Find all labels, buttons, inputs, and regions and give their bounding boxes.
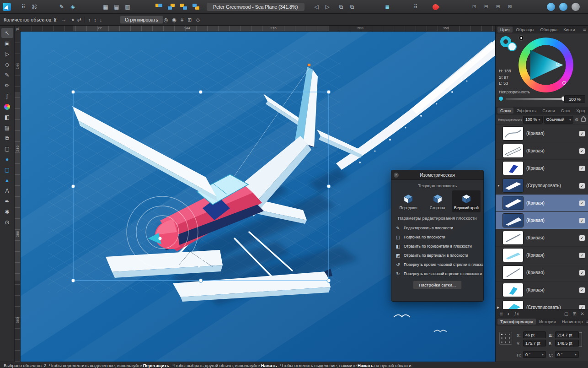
snap-toggle-icon[interactable]: ◎ bbox=[164, 17, 168, 23]
tab-stroke[interactable]: Обводка bbox=[537, 27, 560, 32]
view-tool[interactable]: ✱ bbox=[1, 207, 13, 217]
triangle-tool[interactable]: ▲ bbox=[1, 175, 13, 185]
pixel-grid-icon[interactable]: ⊞ bbox=[187, 17, 192, 23]
insert-on-top-icon[interactable] bbox=[180, 4, 188, 10]
align-center-icon[interactable]: ↔ bbox=[61, 17, 66, 22]
zoom-tool[interactable]: ⊙ bbox=[1, 217, 13, 227]
tab-brushes[interactable]: Кисти bbox=[561, 27, 577, 32]
canvas-viewport[interactable]: ✕ Изометрическая Текущая плоскость Перед… bbox=[21, 32, 495, 362]
vector-shield-icon[interactable]: ◈ bbox=[69, 3, 77, 11]
intersect-icon[interactable]: ⊠ bbox=[506, 3, 514, 11]
align-left-icon[interactable]: ⇤ bbox=[54, 17, 58, 23]
stroke-swatch[interactable] bbox=[508, 42, 517, 51]
assets-grid-icon[interactable]: ⠿ bbox=[412, 3, 420, 11]
color-marker[interactable] bbox=[556, 63, 559, 66]
layer-row[interactable]: (Кривая) ✓ bbox=[496, 142, 588, 160]
disclosure-triangle-icon[interactable]: ▶ bbox=[497, 306, 499, 309]
mask-icon[interactable]: ▢ bbox=[564, 311, 568, 316]
gear-icon[interactable]: ⚙ bbox=[575, 117, 579, 122]
opacity-slider[interactable] bbox=[506, 98, 564, 100]
layer-row[interactable]: (Кривая) ✓ bbox=[496, 229, 588, 247]
delete-layer-icon[interactable]: ✕ bbox=[581, 311, 584, 316]
tab-swatches[interactable]: Образцы bbox=[513, 27, 537, 32]
tab-history[interactable]: История bbox=[536, 319, 559, 325]
vector-pen-icon[interactable]: ✎ bbox=[58, 3, 66, 11]
tab-extra[interactable]: Хрщ bbox=[573, 108, 588, 114]
flip-horizontal-icon[interactable]: ◁ bbox=[312, 3, 321, 11]
rectangle-tool[interactable]: ▢ bbox=[1, 144, 13, 154]
gradient-tool[interactable]: ◧ bbox=[1, 112, 13, 122]
share-icon[interactable]: ⌘ bbox=[30, 3, 38, 11]
hue-marker[interactable] bbox=[562, 81, 566, 85]
width-field[interactable]: 214.7 pt bbox=[555, 331, 579, 338]
group-row[interactable]: ▼ (Сгруппировать) ✓ bbox=[496, 177, 588, 195]
panel-menu-icon[interactable]: ≣ bbox=[586, 319, 588, 324]
constrain-link-icon[interactable] bbox=[579, 332, 582, 347]
ellipse-tool[interactable]: ● bbox=[1, 154, 13, 164]
snap-grid-icon[interactable]: ▦ bbox=[102, 3, 110, 11]
move-tool[interactable]: ↖ bbox=[1, 28, 13, 38]
snap-rows-icon[interactable]: ▤ bbox=[112, 3, 121, 11]
layer-stack-icon[interactable]: ≣ bbox=[499, 311, 503, 316]
visibility-checkbox[interactable]: ✓ bbox=[579, 148, 585, 154]
profile-icon[interactable] bbox=[572, 3, 580, 11]
distribute-horizontal-icon[interactable]: ⇄ bbox=[77, 17, 81, 23]
plane-side-button[interactable]: Сторона bbox=[423, 190, 452, 212]
pencil-tool[interactable]: ✏ bbox=[1, 81, 13, 91]
vertical-ruler[interactable]: 144 216 288 360 bbox=[15, 32, 21, 362]
align-middle-icon[interactable]: ↕ bbox=[94, 17, 96, 22]
layer-row-selected[interactable]: (Кривая) ✓ bbox=[496, 212, 588, 229]
rotation-field[interactable]: 0 ° ▾ bbox=[523, 351, 546, 358]
alignment-icon[interactable]: ≣ bbox=[383, 3, 391, 11]
tab-stock[interactable]: Сток bbox=[558, 108, 573, 114]
node-handle[interactable] bbox=[308, 64, 310, 66]
plane-top-button[interactable]: Верхний край bbox=[452, 190, 481, 212]
grid-toggle-icon[interactable]: # bbox=[181, 17, 183, 22]
insert-front-icon[interactable] bbox=[192, 4, 200, 10]
arrange-backward-icon[interactable]: ⧉ bbox=[348, 3, 356, 11]
height-field[interactable]: 148.5 pt bbox=[555, 340, 579, 346]
x-field[interactable]: 46 pt bbox=[523, 331, 546, 338]
layer-row[interactable]: (Кривая) ✓ bbox=[496, 281, 588, 299]
node-snap-icon[interactable]: ◇ bbox=[196, 17, 200, 23]
layer-effects-icon[interactable]: ƒx bbox=[514, 311, 519, 316]
visibility-checkbox[interactable]: ✓ bbox=[579, 131, 585, 136]
layer-row[interactable]: (Кривая) ✓ bbox=[496, 247, 588, 264]
tab-color[interactable]: Цвет bbox=[497, 27, 513, 32]
tab-navigator[interactable]: Навигатор bbox=[559, 319, 586, 325]
action-rotate-cw-in-plane[interactable]: ↻ Повернуть по часовой стрелке в плоскос… bbox=[391, 269, 483, 278]
horizontal-ruler[interactable]: 72 144 216 288 360 bbox=[21, 26, 495, 32]
point-transform-tool[interactable]: ◇ bbox=[1, 60, 13, 70]
insert-inside-icon[interactable] bbox=[168, 4, 176, 10]
flip-vertical-icon[interactable]: ▷ bbox=[323, 3, 331, 11]
opacity-value[interactable]: 100 % bbox=[564, 95, 585, 103]
action-flip-horizontal-in-plane[interactable]: ◧ Отразить по горизонтали в плоскости bbox=[391, 242, 483, 251]
layer-row[interactable]: (Кривая) ✓ bbox=[496, 264, 588, 281]
adjustment-icon[interactable]: ◐ bbox=[507, 311, 510, 316]
visibility-checkbox[interactable]: ✓ bbox=[579, 270, 585, 276]
group-row[interactable]: ▶ (Сгруппировать) ✓ bbox=[496, 299, 588, 309]
visibility-checkbox[interactable]: ✓ bbox=[579, 200, 585, 206]
style-brush-icon[interactable] bbox=[431, 3, 439, 11]
color-picker-tool[interactable]: ✒ bbox=[1, 196, 13, 206]
align-right-icon[interactable]: ⇥ bbox=[69, 17, 74, 23]
close-icon[interactable]: ✕ bbox=[394, 173, 399, 178]
group-button[interactable]: Сгруппировать bbox=[120, 16, 163, 24]
panel-menu-icon[interactable]: ≣ bbox=[583, 27, 586, 32]
pen-tool[interactable]: ✎ bbox=[1, 70, 13, 80]
align-bottom-icon[interactable]: ↓ bbox=[100, 17, 102, 22]
action-flip-vertical-in-plane[interactable]: ◩ Отразить по вертикали в плоскости bbox=[391, 251, 483, 260]
sync-account-icon[interactable] bbox=[559, 3, 567, 11]
transparency-tool[interactable]: ▨ bbox=[1, 123, 13, 133]
subtract-icon[interactable]: ⊟ bbox=[482, 3, 490, 11]
anchor-point-selector[interactable] bbox=[499, 332, 512, 345]
layer-row[interactable]: (Кривая) ✓ bbox=[496, 125, 588, 142]
fill-tool[interactable] bbox=[1, 102, 13, 112]
visibility-checkbox[interactable]: ✓ bbox=[579, 305, 585, 309]
tab-layers[interactable]: Слои bbox=[497, 108, 513, 114]
visibility-checkbox[interactable]: ✓ bbox=[579, 253, 585, 258]
visibility-checkbox[interactable]: ✓ bbox=[579, 218, 585, 223]
lock-icon[interactable] bbox=[581, 118, 586, 122]
visibility-checkbox[interactable]: ✓ bbox=[579, 287, 585, 293]
tab-transform[interactable]: Трансформация bbox=[497, 319, 536, 325]
